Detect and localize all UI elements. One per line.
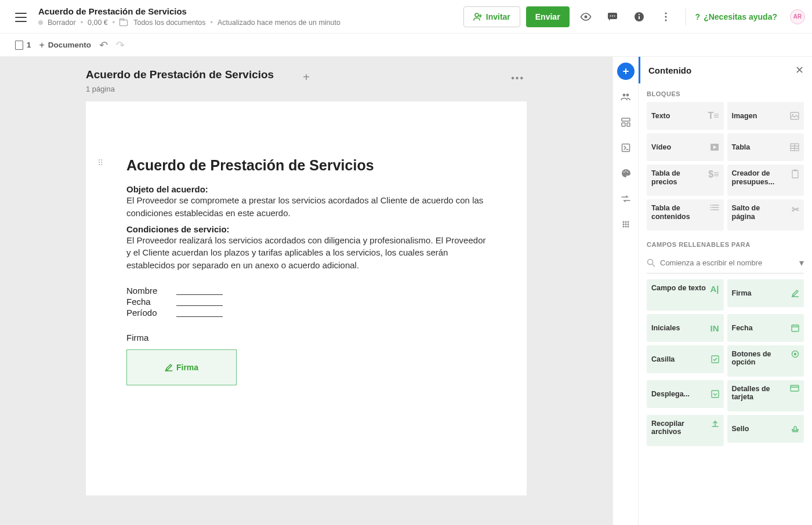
section-2-text[interactable]: El Proveedor realizará los servicios aco… [126, 234, 486, 272]
page-heading[interactable]: Acuerdo de Prestación de Servicios [126, 157, 486, 174]
scissors-icon: ✂ [792, 204, 799, 215]
tab-content[interactable] [617, 63, 635, 80]
document-meta: Borrador • 0,00 € • Todos los documentos… [38, 19, 463, 27]
status-dot [38, 20, 43, 25]
field-period-row[interactable]: Período [126, 308, 486, 318]
field-card[interactable]: Detalles de tarjeta [727, 380, 804, 411]
play-icon [710, 143, 719, 151]
document-title[interactable]: Acuerdo de Prestación de Servicios [38, 6, 463, 16]
block-text[interactable]: TextoT≡ [647, 102, 724, 130]
document-header: Acuerdo de Prestación de Servicios 1 pág… [86, 68, 527, 93]
field-radio[interactable]: Botones de opción [727, 345, 804, 377]
pages-icon [15, 41, 23, 50]
field-initials[interactable]: InicialesIN [647, 314, 724, 342]
price-label: 0,00 € [88, 19, 108, 27]
initials-icon: IN [710, 323, 719, 333]
top-bar: Acuerdo de Prestación de Servicios Borra… [0, 0, 812, 34]
add-page-icon[interactable]: + [303, 71, 310, 84]
pen-icon [165, 363, 173, 371]
svg-point-12 [622, 94, 625, 97]
info-icon[interactable] [629, 6, 650, 27]
card-icon [790, 385, 799, 392]
svg-point-31 [792, 114, 794, 116]
tab-variables[interactable] [617, 139, 635, 156]
svg-point-9 [665, 16, 666, 17]
svg-point-2 [610, 15, 611, 16]
field-collect[interactable]: Recopilar archivos [647, 415, 724, 446]
upload-icon [711, 420, 719, 428]
drag-handle-icon[interactable]: ⠿ [97, 158, 107, 167]
block-table[interactable]: Tabla [727, 133, 804, 161]
block-image[interactable]: Imagen [727, 102, 804, 130]
field-text[interactable]: Campo de textoA| [647, 279, 724, 311]
add-document-button[interactable]: + Documento [39, 40, 92, 50]
field-date-row[interactable]: Fecha [126, 297, 486, 307]
field-name-row[interactable]: Nombre [126, 286, 486, 296]
section-1-text[interactable]: El Proveedor se compromete a prestar los… [126, 194, 486, 220]
svg-point-10 [665, 19, 666, 21]
panel-header: Contenido ✕ [639, 57, 812, 83]
block-toc[interactable]: Tabla de contenidos [647, 199, 724, 231]
status-label: Borrador [48, 19, 76, 27]
chevron-down-icon[interactable]: ▾ [799, 257, 804, 268]
svg-point-28 [625, 226, 626, 228]
tab-apps[interactable] [617, 216, 635, 233]
svg-point-26 [627, 224, 629, 225]
svg-point-29 [627, 226, 629, 228]
more-icon[interactable] [655, 6, 676, 27]
clipboard-icon [791, 169, 799, 178]
top-actions: Invitar Enviar ? ¿Necesitas ayuda? AR [463, 6, 805, 27]
field-dropdown[interactable]: Desplega... [647, 380, 724, 408]
field-stamp[interactable]: Sello [727, 415, 804, 443]
recipient-search[interactable]: ▾ [647, 253, 804, 274]
pen-icon [791, 289, 799, 297]
image-icon [790, 112, 799, 120]
undo-icon[interactable]: ↶ [99, 39, 108, 52]
menu-icon[interactable] [15, 13, 27, 22]
doc-head-sub: 1 página [86, 85, 274, 93]
canvas[interactable]: Acuerdo de Prestación de Servicios 1 pág… [0, 57, 612, 525]
svg-rect-34 [792, 170, 798, 178]
block-pricing[interactable]: Tabla de precios$≡ [647, 165, 724, 196]
block-quote[interactable]: Creador de presupues... [727, 165, 804, 196]
block-pagebreak[interactable]: Salto de página✂ [727, 199, 804, 231]
doc-more-icon[interactable]: ••• [511, 73, 524, 83]
section-2-title[interactable]: Condiciones de servicio: [126, 224, 486, 234]
doc-head-title[interactable]: Acuerdo de Prestación de Servicios [86, 68, 274, 81]
chat-icon[interactable] [602, 6, 623, 27]
svg-rect-6 [639, 16, 640, 19]
folder-label[interactable]: Todos los documentos [133, 19, 205, 27]
section-1-title[interactable]: Objeto del acuerdo: [126, 184, 486, 194]
tab-design[interactable] [617, 165, 635, 182]
svg-point-7 [638, 14, 639, 15]
block-video[interactable]: Vídeo [647, 133, 724, 161]
field-checkbox[interactable]: Casilla [647, 345, 724, 373]
tab-recipients[interactable] [617, 88, 635, 105]
page[interactable]: ⠿ Acuerdo de Prestación de Servicios Obj… [86, 101, 527, 495]
recipient-input[interactable] [660, 258, 795, 267]
preview-icon[interactable] [575, 6, 596, 27]
tab-layout[interactable] [617, 114, 635, 131]
svg-point-25 [625, 224, 626, 225]
svg-point-13 [626, 94, 629, 97]
svg-rect-16 [627, 123, 630, 126]
invite-button[interactable]: Invitar [463, 6, 520, 27]
svg-point-0 [584, 15, 587, 18]
pages-button[interactable]: 1 [15, 41, 31, 50]
title-block: Acuerdo de Prestación de Servicios Borra… [38, 6, 463, 27]
tab-workflow[interactable] [617, 190, 635, 207]
redo-icon[interactable]: ↷ [116, 39, 125, 52]
calendar-icon [791, 324, 799, 332]
close-icon[interactable]: ✕ [795, 64, 804, 76]
svg-point-24 [622, 224, 624, 225]
svg-rect-35 [794, 170, 796, 172]
field-signature[interactable]: Firma [727, 279, 804, 307]
field-date[interactable]: Fecha [727, 314, 804, 342]
svg-point-19 [625, 170, 626, 172]
avatar[interactable]: AR [790, 9, 805, 24]
help-button[interactable]: ? ¿Necesitas ayuda? [695, 12, 777, 21]
signature-field[interactable]: Firma [126, 349, 237, 385]
send-button[interactable]: Enviar [526, 6, 570, 27]
main: Acuerdo de Prestación de Servicios 1 pág… [0, 57, 812, 525]
dropdown-icon [711, 390, 719, 398]
